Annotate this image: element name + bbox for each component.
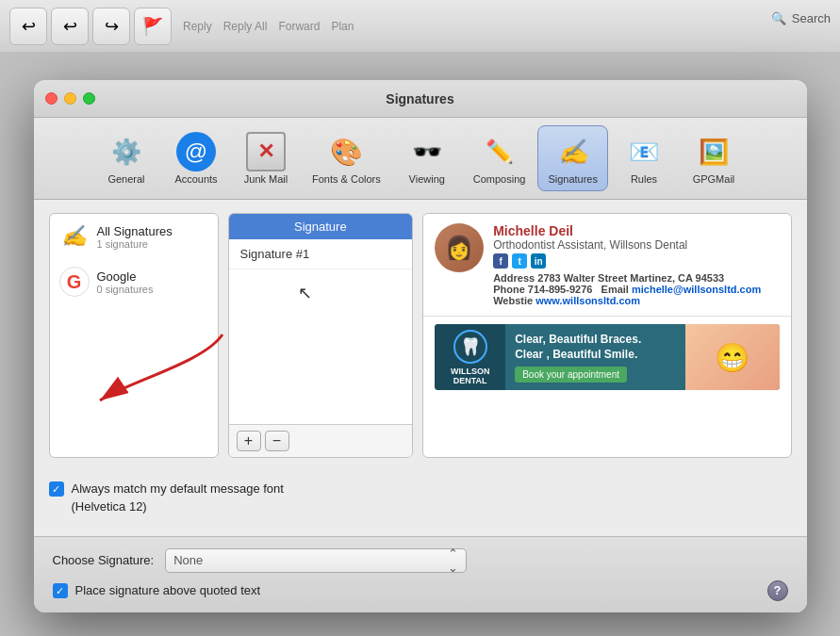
choose-sig-label: Choose Signature:	[53, 553, 155, 567]
back-btn2[interactable]: ↩	[51, 8, 89, 45]
dialog-title: Signatures	[386, 91, 453, 106]
google-account-item[interactable]: G Google 0 signatures	[50, 259, 218, 304]
signatures-icon: ✍️	[553, 132, 593, 171]
font-match-checkbox[interactable]: ✓	[49, 481, 64, 497]
all-signatures-count: 1 signature	[97, 238, 208, 250]
rules-icon: 📧	[624, 132, 664, 171]
fonts-label: Fonts & Colors	[312, 173, 381, 185]
close-button[interactable]	[45, 92, 58, 105]
viewing-icon: 🕶️	[407, 132, 447, 171]
signatures-label: Signatures	[548, 173, 598, 185]
all-signatures-icon: ✍	[59, 221, 90, 252]
composing-label: Composing	[473, 173, 526, 185]
google-account-text: Google 0 signatures	[97, 269, 208, 295]
signatures-header: Signature	[229, 214, 413, 239]
tab-composing[interactable]: ✏️ Composing	[463, 125, 536, 191]
banner-logo: 🦷 WILLSON DENTAL	[435, 324, 505, 390]
tab-junkmail[interactable]: Junk Mail	[232, 125, 300, 191]
help-button[interactable]: ?	[767, 580, 788, 601]
signature-preview: 👩 Michelle Deil Orthodontist Assistant, …	[422, 213, 791, 458]
contact-card: 👩 Michelle Deil Orthodontist Assistant, …	[423, 214, 790, 317]
gpgmail-label: GPGMail	[693, 173, 735, 185]
preferences-toolbar: ⚙️ General @ Accounts Junk Mail 🎨 Fonts …	[34, 118, 807, 200]
signature-controls: + −	[229, 424, 413, 457]
twitter-icon: t	[512, 253, 527, 269]
banner-tagline1: Clear, Beautiful Braces.	[515, 333, 675, 346]
maximize-button[interactable]	[83, 92, 95, 105]
google-name: Google	[97, 269, 208, 284]
contact-details: Address 2783 Walter Street Martinez, CA …	[493, 272, 779, 306]
tab-signatures[interactable]: ✍️ Signatures	[537, 125, 608, 191]
banner-cta[interactable]: Book your appointment	[515, 367, 627, 383]
phone-label: Phone	[493, 284, 525, 295]
all-signatures-name: All Signatures	[97, 224, 208, 238]
accounts-icon: @	[176, 132, 216, 171]
replyall-label: Reply All	[223, 20, 268, 33]
gpgmail-icon: 🖼️	[694, 132, 733, 171]
general-icon: ⚙️	[107, 132, 146, 171]
linkedin-icon: in	[531, 253, 546, 269]
social-icons: f t in	[493, 253, 779, 269]
composing-icon: ✏️	[480, 132, 519, 171]
search-label: Search	[792, 11, 831, 25]
fonts-icon: 🎨	[326, 132, 366, 171]
banner-content: Clear, Beautiful Braces. Clear , Beautif…	[505, 325, 684, 390]
signatures-panel: Signature Signature #1 + −	[228, 213, 414, 458]
flag-btn[interactable]: 🚩	[134, 8, 172, 45]
back-btn[interactable]: ↩	[9, 8, 47, 45]
forward-label: Forward	[278, 20, 320, 33]
accounts-panel: ✍ All Signatures 1 signature G Google 0 …	[49, 213, 219, 458]
facebook-icon: f	[493, 253, 508, 269]
tab-general[interactable]: ⚙️ General	[92, 125, 160, 191]
tab-gpgmail[interactable]: 🖼️ GPGMail	[680, 125, 748, 191]
email-label: Email	[601, 284, 629, 295]
options-area: ✓ Always match my default message font(H…	[49, 467, 792, 522]
banner-tagline2: Clear , Beautiful Smile.	[515, 348, 675, 361]
contact-name: Michelle Deil	[493, 223, 779, 238]
tab-viewing[interactable]: 🕶️ Viewing	[393, 125, 461, 191]
font-match-row: ✓ Always match my default message font(H…	[49, 477, 792, 518]
search-icon: 🔍	[771, 11, 786, 25]
general-label: General	[107, 173, 144, 185]
accounts-label: Accounts	[174, 173, 217, 185]
bottom-bar: Choose Signature: None ⌃⌄ ✓ Place signat…	[34, 536, 807, 612]
traffic-lights	[45, 92, 95, 105]
place-sig-checkbox[interactable]: ✓	[53, 583, 68, 598]
junkmail-icon	[246, 132, 286, 171]
rules-label: Rules	[631, 173, 657, 185]
junkmail-label: Junk Mail	[244, 173, 288, 185]
forward-btn[interactable]: ↪	[92, 8, 130, 45]
search-area: 🔍 Search	[771, 11, 831, 25]
contact-info: Michelle Deil Orthodontist Assistant, Wi…	[493, 223, 779, 306]
font-match-label: Always match my default message font(Hel…	[72, 481, 284, 514]
reply-label: Reply	[183, 20, 212, 33]
choose-sig-value: None	[173, 553, 203, 567]
choose-signature-row: Choose Signature: None ⌃⌄	[53, 548, 788, 573]
banner-logo-text: WILLSON DENTAL	[435, 367, 505, 385]
choose-sig-select[interactable]: None ⌃⌄	[165, 548, 467, 573]
chevron-icon: ⌃⌄	[448, 546, 458, 575]
tab-accounts[interactable]: @ Accounts	[162, 125, 230, 191]
place-sig-label: Place signature above quoted text	[75, 583, 261, 597]
plan-label: Plan	[331, 20, 354, 33]
minimize-button[interactable]	[64, 92, 76, 105]
viewing-label: Viewing	[409, 173, 445, 185]
add-signature-button[interactable]: +	[237, 431, 261, 451]
phone-value: 714-895-9276	[528, 284, 593, 295]
all-signatures-item[interactable]: ✍ All Signatures 1 signature	[50, 214, 218, 259]
content-area: ✍ All Signatures 1 signature G Google 0 …	[34, 200, 807, 535]
address-label: Address	[493, 272, 535, 284]
banner-image: 😁	[685, 324, 780, 390]
google-icon: G	[59, 267, 90, 297]
tab-fonts[interactable]: 🎨 Fonts & Colors	[302, 125, 391, 191]
signature-item[interactable]: Signature #1	[229, 239, 413, 269]
google-count: 0 signatures	[97, 284, 208, 295]
website-value: www.willsonsltd.com	[535, 295, 640, 306]
dental-banner: 🦷 WILLSON DENTAL Clear, Beautiful Braces…	[435, 324, 779, 390]
signatures-list: Signature #1	[229, 239, 413, 424]
place-sig-row: ✓ Place signature above quoted text ?	[53, 580, 788, 601]
email-value: michelle@willsonsltd.com	[632, 284, 761, 295]
contact-title: Orthodontist Assistant, Willsons Dental	[493, 238, 779, 252]
tab-rules[interactable]: 📧 Rules	[610, 125, 678, 191]
remove-signature-button[interactable]: −	[265, 431, 289, 451]
